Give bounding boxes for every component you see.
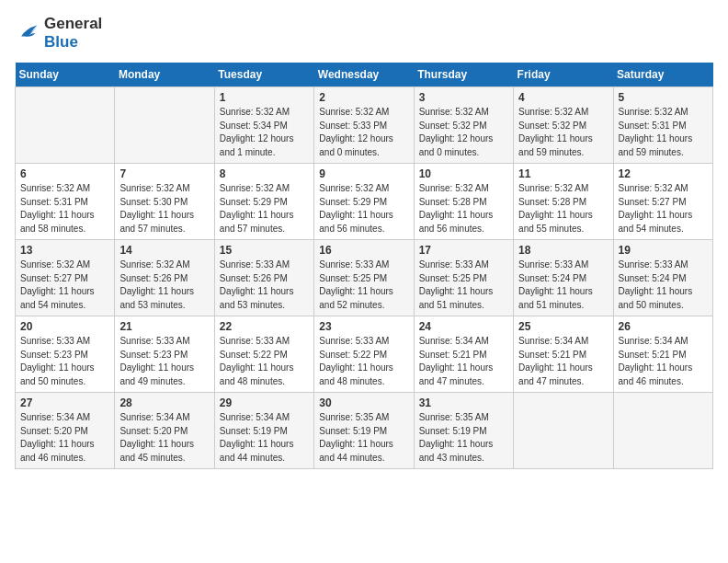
day-info: Sunrise: 5:35 AMSunset: 5:19 PMDaylight:… <box>419 411 508 465</box>
calendar-cell: 21Sunrise: 5:33 AMSunset: 5:23 PMDayligh… <box>115 316 214 393</box>
calendar-cell: 13Sunrise: 5:32 AMSunset: 5:27 PMDayligh… <box>16 240 115 316</box>
calendar-body: 1Sunrise: 5:32 AMSunset: 5:34 PMDaylight… <box>16 87 713 469</box>
day-number: 24 <box>419 320 508 333</box>
day-info: Sunrise: 5:32 AMSunset: 5:26 PMDaylight:… <box>119 259 209 312</box>
logo: General Blue <box>15 15 102 52</box>
day-info: Sunrise: 5:32 AMSunset: 5:33 PMDaylight:… <box>319 106 408 159</box>
day-number: 27 <box>20 396 109 409</box>
calendar-cell: 4Sunrise: 5:32 AMSunset: 5:32 PMDaylight… <box>514 87 613 164</box>
calendar-cell: 17Sunrise: 5:33 AMSunset: 5:25 PMDayligh… <box>414 240 513 316</box>
day-info: Sunrise: 5:33 AMSunset: 5:25 PMDaylight:… <box>419 259 508 312</box>
calendar-cell: 15Sunrise: 5:33 AMSunset: 5:26 PMDayligh… <box>214 240 313 316</box>
col-friday: Friday <box>514 63 613 87</box>
calendar-cell: 22Sunrise: 5:33 AMSunset: 5:22 PMDayligh… <box>214 316 313 393</box>
day-number: 16 <box>319 244 408 257</box>
calendar-cell: 3Sunrise: 5:32 AMSunset: 5:32 PMDaylight… <box>414 87 513 164</box>
day-info: Sunrise: 5:32 AMSunset: 5:29 PMDaylight:… <box>319 182 408 236</box>
calendar-cell <box>16 87 115 164</box>
calendar-cell: 14Sunrise: 5:32 AMSunset: 5:26 PMDayligh… <box>115 240 214 316</box>
day-info: Sunrise: 5:32 AMSunset: 5:28 PMDaylight:… <box>518 182 608 236</box>
day-info: Sunrise: 5:32 AMSunset: 5:34 PMDaylight:… <box>220 106 309 159</box>
day-number: 1 <box>220 91 309 104</box>
calendar-cell: 9Sunrise: 5:32 AMSunset: 5:29 PMDaylight… <box>314 164 414 240</box>
col-saturday: Saturday <box>613 63 712 87</box>
day-number: 19 <box>619 244 708 257</box>
day-number: 9 <box>319 167 408 180</box>
header-row: Sunday Monday Tuesday Wednesday Thursday… <box>16 63 713 87</box>
day-info: Sunrise: 5:33 AMSunset: 5:22 PMDaylight:… <box>220 335 309 388</box>
calendar-cell <box>115 87 214 164</box>
day-info: Sunrise: 5:33 AMSunset: 5:22 PMDaylight:… <box>319 335 408 388</box>
day-info: Sunrise: 5:33 AMSunset: 5:24 PMDaylight:… <box>518 259 608 312</box>
calendar-cell: 29Sunrise: 5:34 AMSunset: 5:19 PMDayligh… <box>214 393 313 469</box>
calendar-cell: 5Sunrise: 5:32 AMSunset: 5:31 PMDaylight… <box>613 87 712 164</box>
day-number: 14 <box>119 244 209 257</box>
day-info: Sunrise: 5:34 AMSunset: 5:19 PMDaylight:… <box>220 411 309 465</box>
day-number: 20 <box>20 320 109 333</box>
col-thursday: Thursday <box>414 63 513 87</box>
day-number: 6 <box>20 167 109 180</box>
day-number: 26 <box>619 320 708 333</box>
day-number: 8 <box>220 167 309 180</box>
day-number: 31 <box>419 396 508 409</box>
day-number: 12 <box>619 167 708 180</box>
calendar-cell: 12Sunrise: 5:32 AMSunset: 5:27 PMDayligh… <box>613 164 712 240</box>
day-info: Sunrise: 5:33 AMSunset: 5:26 PMDaylight:… <box>220 259 309 312</box>
col-monday: Monday <box>115 63 214 87</box>
day-number: 29 <box>220 396 309 409</box>
calendar-cell <box>613 393 712 469</box>
day-number: 2 <box>319 91 408 104</box>
day-number: 25 <box>518 320 608 333</box>
logo-bird-icon <box>15 22 40 44</box>
day-info: Sunrise: 5:34 AMSunset: 5:20 PMDaylight:… <box>20 411 109 465</box>
calendar-cell: 16Sunrise: 5:33 AMSunset: 5:25 PMDayligh… <box>314 240 414 316</box>
calendar-cell: 20Sunrise: 5:33 AMSunset: 5:23 PMDayligh… <box>16 316 115 393</box>
calendar-cell: 28Sunrise: 5:34 AMSunset: 5:20 PMDayligh… <box>115 393 214 469</box>
day-info: Sunrise: 5:32 AMSunset: 5:27 PMDaylight:… <box>619 182 708 236</box>
calendar-cell: 23Sunrise: 5:33 AMSunset: 5:22 PMDayligh… <box>314 316 414 393</box>
day-info: Sunrise: 5:32 AMSunset: 5:27 PMDaylight:… <box>20 259 109 312</box>
calendar-cell: 19Sunrise: 5:33 AMSunset: 5:24 PMDayligh… <box>613 240 712 316</box>
calendar-cell: 2Sunrise: 5:32 AMSunset: 5:33 PMDaylight… <box>314 87 414 164</box>
day-number: 4 <box>518 91 608 104</box>
calendar-cell: 25Sunrise: 5:34 AMSunset: 5:21 PMDayligh… <box>514 316 613 393</box>
calendar-table: Sunday Monday Tuesday Wednesday Thursday… <box>15 63 713 469</box>
day-number: 21 <box>119 320 209 333</box>
day-info: Sunrise: 5:34 AMSunset: 5:21 PMDaylight:… <box>518 335 608 388</box>
day-number: 3 <box>419 91 508 104</box>
day-info: Sunrise: 5:33 AMSunset: 5:23 PMDaylight:… <box>119 335 209 388</box>
calendar-cell <box>514 393 613 469</box>
day-number: 15 <box>220 244 309 257</box>
day-info: Sunrise: 5:32 AMSunset: 5:30 PMDaylight:… <box>119 182 209 236</box>
day-info: Sunrise: 5:33 AMSunset: 5:23 PMDaylight:… <box>20 335 109 388</box>
day-info: Sunrise: 5:34 AMSunset: 5:20 PMDaylight:… <box>119 411 209 465</box>
col-tuesday: Tuesday <box>214 63 313 87</box>
day-number: 30 <box>319 396 408 409</box>
day-number: 28 <box>119 396 209 409</box>
day-info: Sunrise: 5:33 AMSunset: 5:25 PMDaylight:… <box>319 259 408 312</box>
day-number: 22 <box>220 320 309 333</box>
logo-text: General Blue <box>44 15 102 52</box>
calendar-cell: 27Sunrise: 5:34 AMSunset: 5:20 PMDayligh… <box>16 393 115 469</box>
day-number: 18 <box>518 244 608 257</box>
calendar-cell: 18Sunrise: 5:33 AMSunset: 5:24 PMDayligh… <box>514 240 613 316</box>
day-number: 11 <box>518 167 608 180</box>
day-info: Sunrise: 5:32 AMSunset: 5:31 PMDaylight:… <box>20 182 109 236</box>
calendar-cell: 1Sunrise: 5:32 AMSunset: 5:34 PMDaylight… <box>214 87 313 164</box>
day-info: Sunrise: 5:34 AMSunset: 5:21 PMDaylight:… <box>619 335 708 388</box>
day-info: Sunrise: 5:34 AMSunset: 5:21 PMDaylight:… <box>419 335 508 388</box>
day-number: 7 <box>119 167 209 180</box>
calendar-cell: 30Sunrise: 5:35 AMSunset: 5:19 PMDayligh… <box>314 393 414 469</box>
col-wednesday: Wednesday <box>314 63 414 87</box>
header: General Blue <box>15 15 713 52</box>
day-number: 23 <box>319 320 408 333</box>
calendar-cell: 31Sunrise: 5:35 AMSunset: 5:19 PMDayligh… <box>414 393 513 469</box>
day-number: 17 <box>419 244 508 257</box>
day-info: Sunrise: 5:35 AMSunset: 5:19 PMDaylight:… <box>319 411 408 465</box>
day-number: 13 <box>20 244 109 257</box>
calendar-cell: 11Sunrise: 5:32 AMSunset: 5:28 PMDayligh… <box>514 164 613 240</box>
calendar-cell: 6Sunrise: 5:32 AMSunset: 5:31 PMDaylight… <box>16 164 115 240</box>
day-info: Sunrise: 5:33 AMSunset: 5:24 PMDaylight:… <box>619 259 708 312</box>
day-number: 10 <box>419 167 508 180</box>
day-info: Sunrise: 5:32 AMSunset: 5:29 PMDaylight:… <box>220 182 309 236</box>
